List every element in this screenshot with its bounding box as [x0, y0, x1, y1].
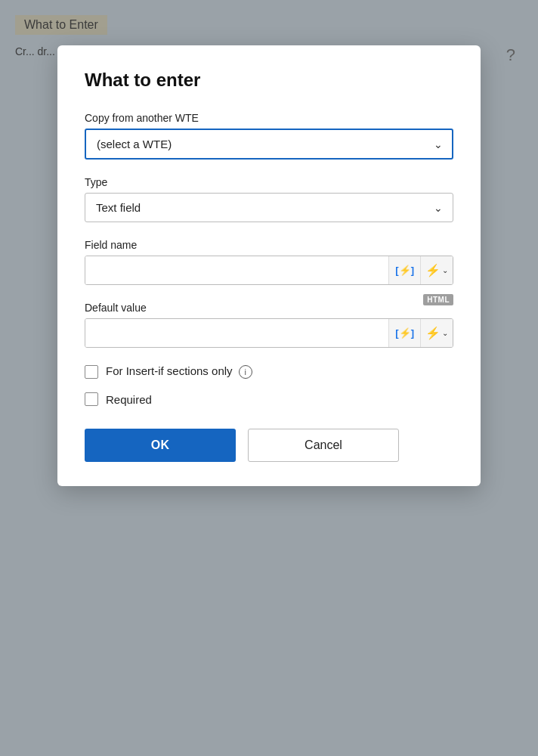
field-name-lightning-chevron: ⌄: [442, 266, 448, 274]
field-name-label: Field name: [85, 239, 453, 251]
default-value-input-wrapper: [⚡] ⚡ ⌄: [85, 318, 453, 348]
default-value-group: Default value HTML [⚡] ⚡ ⌄: [85, 302, 453, 348]
field-name-lightning-icon: ⚡: [425, 263, 441, 277]
copy-from-group: Copy from another WTE (select a WTE) ⌄: [85, 112, 453, 160]
required-checkbox[interactable]: [85, 392, 98, 406]
cancel-button[interactable]: Cancel: [248, 429, 399, 462]
dialog-title: What to enter: [85, 70, 453, 91]
insert-if-label: For Insert-if sections only i: [106, 364, 252, 379]
default-value-input[interactable]: [85, 319, 388, 347]
type-group: Type Text fieldCheckboxDropdownDateNumbe…: [85, 176, 453, 222]
field-name-input-wrapper: [⚡] ⚡ ⌄: [85, 256, 453, 285]
default-value-label: Default value: [85, 302, 453, 314]
default-value-lightning-dropdown[interactable]: ⚡ ⌄: [420, 319, 453, 347]
insert-if-info-icon[interactable]: i: [239, 365, 252, 379]
insert-if-checkbox[interactable]: [85, 365, 98, 379]
field-name-group: Field name [⚡] ⚡ ⌄: [85, 239, 453, 285]
type-select[interactable]: Text fieldCheckboxDropdownDateNumber: [85, 193, 453, 222]
field-name-input[interactable]: [85, 256, 388, 284]
type-label: Type: [85, 176, 453, 188]
copy-from-select-wrapper: (select a WTE) ⌄: [85, 129, 453, 160]
copy-from-label: Copy from another WTE: [85, 112, 453, 124]
html-badge: HTML: [423, 294, 453, 305]
field-name-bracket-icon[interactable]: [⚡]: [388, 256, 420, 284]
modal-overlay: What to enter Copy from another WTE (sel…: [0, 0, 538, 756]
field-name-lightning-dropdown[interactable]: ⚡ ⌄: [420, 256, 453, 284]
ok-button[interactable]: OK: [85, 429, 236, 462]
dialog: What to enter Copy from another WTE (sel…: [57, 45, 481, 486]
default-value-bracket-icon[interactable]: [⚡]: [388, 319, 420, 347]
required-group: Required: [85, 392, 453, 406]
required-label: Required: [106, 393, 152, 406]
dialog-footer: OK Cancel: [85, 429, 453, 462]
default-value-lightning-chevron: ⌄: [442, 329, 448, 337]
default-value-lightning-icon: ⚡: [425, 326, 441, 340]
insert-if-group: For Insert-if sections only i: [85, 364, 453, 379]
type-select-wrapper: Text fieldCheckboxDropdownDateNumber ⌄: [85, 193, 453, 222]
copy-from-select[interactable]: (select a WTE): [85, 129, 453, 160]
